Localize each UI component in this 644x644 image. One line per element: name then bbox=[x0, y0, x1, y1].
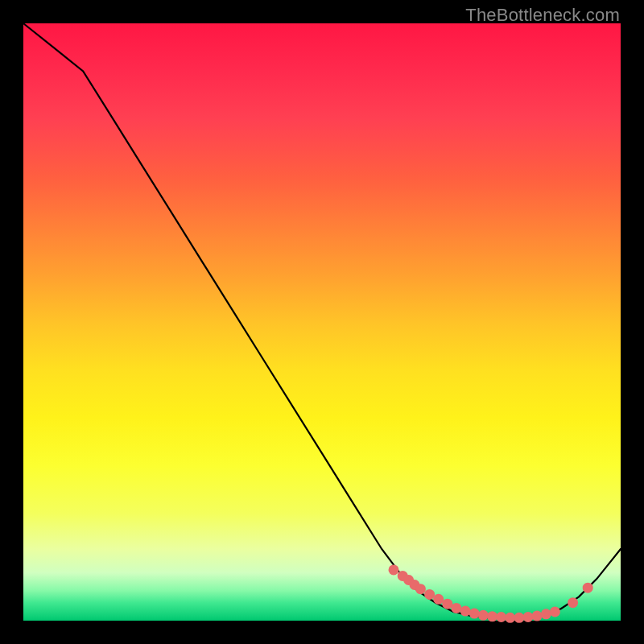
trough-marker bbox=[505, 613, 515, 623]
trough-marker bbox=[568, 597, 578, 608]
trough-marker bbox=[523, 612, 534, 622]
trough-marker bbox=[532, 611, 543, 621]
bottleneck-curve bbox=[23, 23, 621, 617]
trough-marker bbox=[550, 606, 560, 617]
trough-marker bbox=[496, 612, 506, 622]
trough-marker bbox=[487, 611, 497, 621]
trough-marker bbox=[433, 594, 444, 605]
trough-marker bbox=[469, 609, 480, 619]
trough-marker bbox=[442, 599, 452, 609]
curve-layer bbox=[23, 23, 621, 621]
trough-marker bbox=[424, 589, 435, 600]
trough-marker bbox=[541, 609, 551, 619]
chart-frame: TheBottleneck.com bbox=[0, 0, 644, 644]
trough-marker bbox=[460, 606, 471, 617]
trough-marker bbox=[583, 583, 593, 593]
trough-marker bbox=[415, 584, 426, 594]
trough-marker bbox=[389, 564, 399, 575]
plot-area bbox=[23, 23, 621, 621]
trough-markers bbox=[389, 564, 593, 622]
trough-marker bbox=[478, 610, 489, 621]
trough-marker bbox=[514, 613, 524, 623]
trough-marker bbox=[451, 603, 461, 613]
